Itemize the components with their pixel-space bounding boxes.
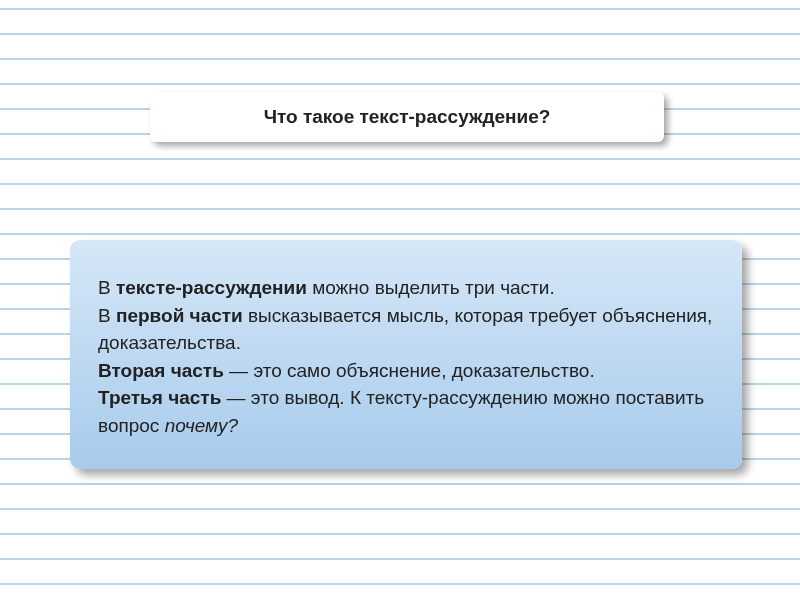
body-paragraph: В тексте-рассуждении можно выделить три … xyxy=(98,274,714,439)
line2-bold: первой части xyxy=(116,305,243,326)
title-text: Что такое текст-рассуждение? xyxy=(170,106,644,128)
content-wrapper: Что такое текст-рассуждение? В тексте-ра… xyxy=(0,0,800,600)
title-card: Что такое текст-рассуждение? xyxy=(150,92,664,142)
line2-prefix: В xyxy=(98,305,116,326)
line3-rest: — это само объяснение, доказательство. xyxy=(224,360,595,381)
line1-bold: тексте-рассуждении xyxy=(116,277,307,298)
line1-prefix: В xyxy=(98,277,116,298)
line3-bold: Вторая часть xyxy=(98,360,224,381)
line4-italic: почему? xyxy=(165,415,238,436)
line1-rest: можно выделить три части. xyxy=(307,277,555,298)
body-card: В тексте-рассуждении можно выделить три … xyxy=(70,240,742,469)
line4-bold: Третья часть xyxy=(98,387,221,408)
